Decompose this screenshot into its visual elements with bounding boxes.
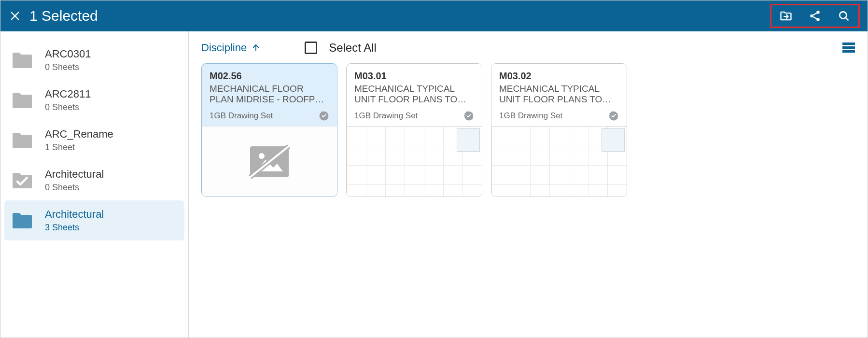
verified-badge-icon [463, 111, 474, 121]
sheet-thumbnail [491, 126, 627, 197]
sheet-card[interactable]: M02.56 MECHANICAL FLOOR PLAN MIDRISE - R… [201, 63, 337, 197]
folder-icon [10, 50, 34, 70]
select-all-label: Select All [329, 41, 377, 55]
selection-header: 1 Selected [0, 0, 868, 31]
folder-name: ARC2811 [45, 88, 91, 100]
sheet-id: M02.56 [210, 70, 329, 82]
sheet-set: 1GB Drawing Set [499, 111, 562, 121]
folder-item[interactable]: ARC0301 0 Sheets [4, 40, 184, 80]
folder-name: Architectural [45, 208, 104, 221]
svg-point-4 [816, 18, 820, 21]
sheet-card[interactable]: M03.01 MECHANICAL TYPICAL UNIT FLOOR PLA… [346, 63, 482, 197]
sort-label: Discipline [201, 42, 247, 54]
selection-title: 1 Selected [29, 8, 770, 24]
list-view-toggle-icon[interactable] [842, 42, 855, 53]
search-icon[interactable] [836, 8, 852, 24]
svg-point-10 [259, 153, 265, 159]
close-icon[interactable] [8, 9, 22, 23]
sheet-set: 1GB Drawing Set [354, 111, 418, 121]
sheet-thumbnail-missing [202, 126, 337, 197]
folder-sidebar: ARC0301 0 Sheets ARC2811 0 Sheets ARC_Re… [0, 31, 189, 338]
folder-icon [10, 211, 34, 231]
share-icon[interactable] [807, 8, 823, 24]
folder-item[interactable]: ARC2811 0 Sheets [4, 80, 184, 120]
svg-point-2 [816, 11, 820, 14]
folder-checked-icon [10, 170, 34, 191]
folder-item-active[interactable]: Architectural 3 Sheets [4, 200, 184, 240]
folder-name: ARC0301 [45, 48, 91, 60]
sheet-set: 1GB Drawing Set [210, 111, 273, 121]
sort-control[interactable]: Discipline [201, 42, 260, 54]
header-actions [770, 4, 860, 28]
folder-count: 1 Sheet [45, 142, 113, 153]
verified-badge-icon [608, 111, 619, 121]
sheet-cards: M02.56 MECHANICAL FLOOR PLAN MIDRISE - R… [201, 63, 855, 197]
sheet-id: M03.02 [499, 70, 619, 82]
sheet-title: MECHANICAL TYPICAL UNIT FLOOR PLANS TO… [499, 84, 619, 107]
verified-badge-icon [319, 111, 329, 121]
folder-name: ARC_Rename [45, 128, 113, 141]
folder-count: 0 Sheets [45, 62, 91, 72]
folder-count: 3 Sheets [45, 223, 104, 233]
folder-item[interactable]: ARC_Rename 1 Sheet [4, 120, 184, 160]
arrow-up-icon [252, 43, 260, 52]
svg-line-6 [845, 17, 848, 20]
folder-icon [10, 130, 34, 151]
no-image-icon [245, 142, 294, 181]
folder-item-checked[interactable]: Architectural 0 Sheets [4, 160, 184, 200]
folder-count: 0 Sheets [45, 102, 91, 113]
folder-icon [10, 90, 34, 111]
sheet-card[interactable]: M03.02 MECHANICAL TYPICAL UNIT FLOOR PLA… [491, 63, 627, 197]
sheet-thumbnail [347, 126, 482, 197]
sheet-id: M03.01 [354, 70, 474, 82]
select-all-checkbox[interactable] [305, 42, 317, 54]
svg-point-3 [810, 14, 813, 18]
sheet-title: MECHANICAL TYPICAL UNIT FLOOR PLANS TO… [354, 84, 474, 107]
folder-name: Architectural [45, 168, 104, 181]
main-content: Discipline Select All M02.56 MECHANICAL … [189, 31, 868, 338]
folder-count: 0 Sheets [45, 183, 104, 193]
move-to-folder-icon[interactable] [778, 8, 794, 24]
sheet-title: MECHANICAL FLOOR PLAN MIDRISE - ROOFP… [210, 84, 329, 107]
main-toolbar: Discipline Select All [201, 41, 855, 55]
